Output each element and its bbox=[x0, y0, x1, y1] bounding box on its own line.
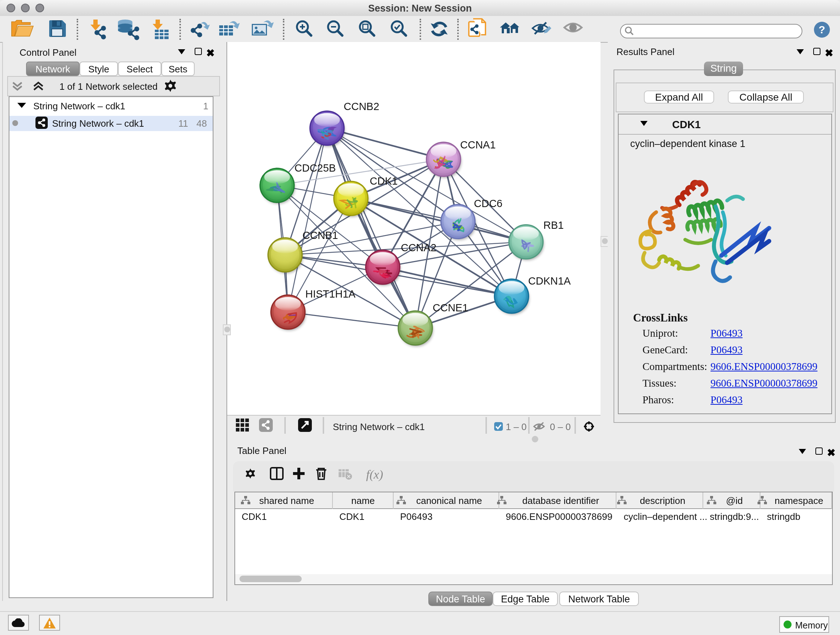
svg-text:RB1: RB1 bbox=[543, 219, 564, 231]
svg-text:CDKN1A: CDKN1A bbox=[528, 275, 571, 287]
svg-text:CCNB2: CCNB2 bbox=[344, 101, 379, 112]
svg-text:CCNA2: CCNA2 bbox=[401, 242, 436, 253]
svg-text:f(x): f(x) bbox=[366, 468, 383, 481]
svg-text:HIST1H1A: HIST1H1A bbox=[305, 288, 355, 300]
svg-text:CCNA1: CCNA1 bbox=[460, 139, 496, 150]
svg-text:CDK1: CDK1 bbox=[370, 175, 398, 187]
svg-text:CDC25B: CDC25B bbox=[294, 162, 336, 174]
svg-text:CCNE1: CCNE1 bbox=[433, 302, 468, 314]
svg-text:CCNB1: CCNB1 bbox=[302, 230, 338, 241]
svg-text:CDC6: CDC6 bbox=[474, 198, 502, 209]
